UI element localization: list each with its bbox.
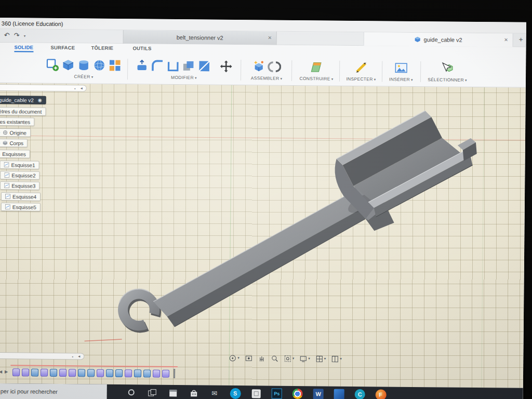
create-sketch-icon[interactable] xyxy=(46,58,59,72)
word-icon[interactable]: W xyxy=(313,388,324,399)
task-view-icon[interactable] xyxy=(147,387,158,398)
browser-item-sketch1[interactable]: Esquisse1 xyxy=(0,161,39,169)
browser-root-node[interactable]: guide_cable v2 ◉ xyxy=(0,96,46,104)
combine-icon[interactable] xyxy=(182,59,195,73)
tab-solide[interactable]: SOLIDE xyxy=(14,44,33,52)
expand-icon[interactable]: ▸ xyxy=(0,130,1,135)
select-cursor-icon[interactable] xyxy=(441,61,454,75)
browser-item-sketch4[interactable]: Esquisse4 xyxy=(1,192,41,201)
timeline-feature-icon[interactable] xyxy=(115,369,123,377)
calendar-icon[interactable] xyxy=(167,387,179,398)
browser-item-sketches-folder[interactable]: ▸ Esquisses xyxy=(0,150,30,158)
timeline-sketch-icon[interactable] xyxy=(97,369,104,377)
firefox-icon[interactable]: F xyxy=(375,389,387,399)
tab-surface[interactable]: SURFACE xyxy=(50,45,75,50)
timeline-feature-icon[interactable] xyxy=(78,369,85,377)
group-label[interactable]: ASSEMBLER▾ xyxy=(245,75,288,81)
group-label[interactable]: MODIFIER▾ xyxy=(130,74,237,81)
dropdown-icon[interactable]: ▾ xyxy=(308,356,310,361)
browser-item-bodies[interactable]: ▸ Corps xyxy=(0,139,28,148)
browser-item-sketch5[interactable]: Esquisse5 xyxy=(1,203,41,211)
press-pull-icon[interactable] xyxy=(135,59,149,72)
timeline-prev-icon[interactable]: ◀ xyxy=(0,369,2,374)
group-label[interactable]: CONSTRUIRE▾ xyxy=(297,76,336,82)
photoshop-icon[interactable]: Ps xyxy=(271,388,283,399)
redo-dropdown-icon[interactable]: ▾ xyxy=(24,34,26,38)
box-icon[interactable] xyxy=(61,58,75,72)
timeline-sketch-icon[interactable] xyxy=(12,368,20,376)
dropdown-icon[interactable]: ▾ xyxy=(340,357,342,361)
timeline-next-icon[interactable]: ▶ xyxy=(5,369,8,374)
mail-icon[interactable]: ✉ xyxy=(209,388,220,399)
close-icon[interactable]: × xyxy=(268,34,272,42)
group-label[interactable]: INSÉRER▾ xyxy=(385,76,417,82)
joint-icon[interactable] xyxy=(268,60,281,73)
skype-icon[interactable]: S xyxy=(230,388,241,399)
grid-settings-icon[interactable] xyxy=(315,355,323,363)
group-label[interactable]: SÉLECTIONNER▾ xyxy=(423,77,471,83)
redo-icon[interactable]: ↷ xyxy=(14,31,20,39)
visibility-eye-icon[interactable]: ◉ xyxy=(38,98,42,103)
sphere-icon[interactable] xyxy=(92,59,106,72)
dropdown-icon[interactable]: ▾ xyxy=(324,356,326,361)
fit-view-icon[interactable] xyxy=(284,354,291,362)
timeline-feature-icon[interactable] xyxy=(31,368,38,376)
measure-icon[interactable] xyxy=(354,61,368,74)
timeline-position-marker[interactable] xyxy=(174,369,175,378)
group-label[interactable]: CRÉER▾ xyxy=(44,74,123,79)
timeline-feature-icon[interactable] xyxy=(106,369,113,377)
construction-plane-icon[interactable] xyxy=(310,60,323,74)
timeline-sketch-icon[interactable] xyxy=(125,369,132,377)
chrome-icon[interactable] xyxy=(292,388,303,399)
blue-app-icon[interactable] xyxy=(334,389,345,399)
dropdown-icon[interactable]: ▾ xyxy=(292,356,295,361)
fillet-icon[interactable] xyxy=(151,59,164,73)
store-icon[interactable] xyxy=(188,387,200,398)
timeline-sketch-icon[interactable] xyxy=(22,368,29,376)
browser-item-sketch2[interactable]: Esquisse2 xyxy=(0,171,39,180)
tab-guide-cable[interactable]: guide_cable v2 × xyxy=(364,32,513,47)
browser-item-named-views[interactable]: ▸ Vues existantes xyxy=(0,117,34,126)
timeline-feature-icon[interactable] xyxy=(134,369,141,377)
browser-item-document-settings[interactable]: ▸ Paramètres du document xyxy=(0,107,46,116)
browser-item-origin[interactable]: ▸ Origine xyxy=(0,128,31,137)
look-at-icon[interactable] xyxy=(245,354,252,362)
timeline-sketch-icon[interactable] xyxy=(162,369,169,377)
timeline-feature-icon[interactable] xyxy=(87,369,95,377)
light-app-icon[interactable] xyxy=(250,388,262,399)
timeline-feature-icon[interactable] xyxy=(50,368,57,376)
split-icon[interactable] xyxy=(197,59,211,73)
browser-header-pill[interactable]: ● ◂ xyxy=(0,84,87,92)
timeline-header-pill[interactable]: ● ◂ xyxy=(0,352,84,360)
tab-outils[interactable]: OUTILS xyxy=(132,45,151,51)
c-app-icon[interactable]: C xyxy=(354,389,366,399)
display-settings-icon[interactable] xyxy=(299,355,307,363)
group-label[interactable]: INSPECTER▾ xyxy=(342,76,380,82)
pan-icon[interactable] xyxy=(258,354,265,362)
orbit-icon[interactable] xyxy=(229,354,236,362)
tab-belt-tensionner[interactable]: belt_tensionner v2 × xyxy=(123,30,277,45)
collapse-left-icon[interactable]: ◂ xyxy=(81,86,83,90)
model-guide-cable[interactable] xyxy=(118,108,477,336)
new-tab-button[interactable]: + xyxy=(517,35,525,46)
timeline-sketch-icon[interactable] xyxy=(69,369,76,377)
timeline-feature-icon[interactable] xyxy=(143,369,151,377)
insert-image-icon[interactable] xyxy=(394,61,408,75)
timeline-sketch-icon[interactable] xyxy=(59,369,66,377)
browser-item-sketch3[interactable]: Esquisse3 xyxy=(0,181,39,190)
tab-tolerie[interactable]: TÔLERIE xyxy=(91,45,113,51)
cylinder-icon[interactable] xyxy=(77,58,90,72)
undo-icon[interactable]: ↶ xyxy=(4,31,10,39)
timeline-sketch-icon[interactable] xyxy=(153,369,160,377)
viewports-icon[interactable] xyxy=(331,355,339,363)
timeline-sketch-icon[interactable] xyxy=(41,368,48,376)
move-icon[interactable] xyxy=(219,60,233,73)
new-component-icon[interactable] xyxy=(252,60,265,73)
dropdown-icon[interactable]: ▾ xyxy=(237,356,240,360)
viewport-canvas[interactable] xyxy=(0,83,526,388)
cortana-icon[interactable] xyxy=(126,387,137,398)
zoom-icon[interactable] xyxy=(271,354,278,362)
pattern-icon[interactable] xyxy=(108,59,122,72)
collapse-left-icon[interactable]: ◂ xyxy=(78,354,80,358)
shell-icon[interactable] xyxy=(166,59,180,73)
